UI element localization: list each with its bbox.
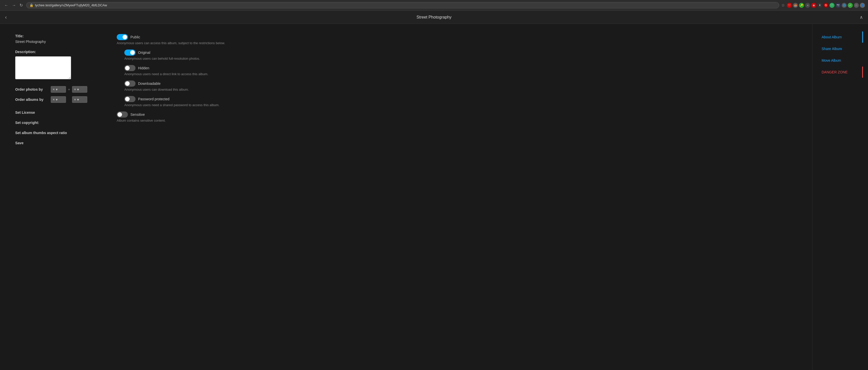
public-sub-settings: Original Anonymous users can behold full… xyxy=(117,50,797,107)
ext-icon-8: 🛡 xyxy=(830,3,835,8)
downloadable-description: Anonymous users can download this album. xyxy=(124,88,797,91)
plus-icon: + xyxy=(68,87,70,91)
sensitive-description: Album contains sensitive content. xyxy=(117,119,797,122)
sidebar-item-about[interactable]: About Album xyxy=(817,31,863,42)
star-icon[interactable]: ☆ xyxy=(781,3,785,8)
set-copyright-group: Set copyright: xyxy=(15,121,96,125)
hidden-toggle-row: Hidden xyxy=(124,65,797,71)
chevron-down-icon-4: ▾ xyxy=(77,97,79,102)
set-thumbs-group: Set album thumbs aspect ratio xyxy=(15,131,96,135)
description-field-group: Description: xyxy=(15,50,96,80)
hidden-label: Hidden xyxy=(138,66,149,70)
order-photos-dropdown: ✕ ▾ + ✕ ▾ xyxy=(51,86,87,93)
public-description: Anonymous users can access this album, s… xyxy=(117,41,797,45)
collapse-button[interactable]: ∧ xyxy=(860,15,863,20)
order-albums-separator xyxy=(66,96,71,103)
nav-buttons: ← → ↻ xyxy=(3,2,24,8)
sidebar-item-share[interactable]: Share Album xyxy=(817,43,863,54)
public-toggle[interactable] xyxy=(117,34,128,40)
ext-icon-11: ✔ xyxy=(848,3,853,8)
hidden-toggle[interactable] xyxy=(124,65,135,71)
forward-button[interactable]: → xyxy=(11,3,17,8)
downloadable-toggle-row: Downloadable xyxy=(124,81,797,87)
lock-icon: 🔒 xyxy=(29,3,33,7)
page-title: Street Photography xyxy=(416,15,452,20)
order-photos-row: Order photos by ✕ ▾ + ✕ ▾ xyxy=(15,86,96,93)
original-toggle[interactable] xyxy=(124,50,135,56)
address-bar[interactable]: 🔒 xyxy=(26,2,779,8)
set-thumbs-label: Set album thumbs aspect ratio xyxy=(15,131,67,135)
refresh-button[interactable]: ↻ xyxy=(18,2,24,8)
order-albums-dropdown: ✕ ▾ ✕ ▾ xyxy=(51,96,87,103)
ext-icon-12: □ xyxy=(854,3,859,8)
save-group: Save xyxy=(15,141,96,145)
back-nav-button[interactable]: ‹ xyxy=(5,14,7,20)
title-field-group: Title: Street Photography xyxy=(15,34,96,44)
url-input[interactable] xyxy=(35,3,776,7)
main-layout: Title: Street Photography Description: O… xyxy=(0,24,868,370)
ext-icon-6: ⬇ xyxy=(817,3,822,8)
order-photos-dropdown-1[interactable]: ✕ ▾ xyxy=(51,86,66,93)
order-albums-label: Order albums by xyxy=(15,97,48,102)
browser-extensions: 🛡 🦊 🔑 ⚔ ◉ ⬇ 🔴 🛡 📷 🌐 ✔ □ 👤 xyxy=(787,3,865,8)
save-link[interactable]: Save xyxy=(15,141,96,145)
downloadable-toggle[interactable] xyxy=(124,81,135,87)
x-icon-2: ✕ xyxy=(74,88,76,91)
set-copyright-label: Set copyright: xyxy=(15,121,39,125)
sensitive-label: Sensitive xyxy=(130,113,145,117)
ext-icon-5: ◉ xyxy=(811,3,816,8)
chevron-down-icon-2: ▾ xyxy=(77,87,79,91)
chevron-down-icon-3: ▾ xyxy=(56,97,58,102)
order-albums-row: Order albums by ✕ ▾ ✕ ▾ xyxy=(15,96,96,103)
description-label: Description: xyxy=(15,50,96,54)
order-section: Order photos by ✕ ▾ + ✕ ▾ xyxy=(15,86,96,103)
set-license-group: Set License xyxy=(15,111,96,115)
title-label: Title: xyxy=(15,34,96,38)
ext-icon-2: 🦊 xyxy=(793,3,798,8)
order-albums-dropdown-2[interactable]: ✕ ▾ xyxy=(72,96,87,103)
ext-icon-7: 🔴 xyxy=(823,3,829,8)
app-header: ‹ Street Photography ∧ xyxy=(0,11,868,24)
x-icon-3: ✕ xyxy=(53,98,55,101)
hidden-description: Anonymous users need a direct link to ac… xyxy=(124,72,797,76)
back-button[interactable]: ← xyxy=(3,3,10,8)
ext-icon-4: ⚔ xyxy=(805,3,810,8)
title-value: Street Photography xyxy=(15,39,96,44)
password-toggle-row: Password protected xyxy=(124,96,797,102)
description-input[interactable] xyxy=(15,56,71,79)
sensitive-toggle-row: Sensitive xyxy=(117,112,797,118)
ext-icon-3: 🔑 xyxy=(799,3,804,8)
order-photos-dropdown-2[interactable]: ✕ ▾ xyxy=(72,86,87,93)
ext-icon-1: 🛡 xyxy=(787,3,792,8)
sidebar-item-danger[interactable]: DANGER ZONE xyxy=(817,66,863,78)
set-license-link[interactable]: Set License xyxy=(15,111,96,115)
order-photos-label: Order photos by xyxy=(15,87,48,91)
browser-chrome: ← → ↻ 🔒 ☆ 🛡 🦊 🔑 ⚔ ◉ ⬇ 🔴 🛡 📷 🌐 ✔ □ 👤 xyxy=(0,0,868,11)
x-icon-1: ✕ xyxy=(53,88,55,91)
right-column: Public Anonymous users can access this a… xyxy=(117,34,797,360)
password-toggle[interactable] xyxy=(124,96,135,102)
downloadable-label: Downloadable xyxy=(138,82,161,86)
password-description: Anonymous users need a shared password t… xyxy=(124,103,797,107)
x-icon-4: ✕ xyxy=(74,98,76,101)
ext-icon-9: 📷 xyxy=(836,3,841,8)
left-column: Title: Street Photography Description: O… xyxy=(15,34,96,360)
public-label: Public xyxy=(130,35,140,39)
sidebar-item-move[interactable]: Move Album xyxy=(817,55,863,66)
original-description: Anonymous users can behold full-resoluti… xyxy=(124,57,797,60)
sensitive-toggle[interactable] xyxy=(117,112,128,118)
ext-icon-13: 👤 xyxy=(860,3,865,8)
order-albums-dropdown-1[interactable]: ✕ ▾ xyxy=(51,96,66,103)
chevron-down-icon-1: ▾ xyxy=(56,87,58,91)
original-label: Original xyxy=(138,51,150,55)
public-toggle-row: Public xyxy=(117,34,797,40)
content-area: Title: Street Photography Description: O… xyxy=(0,24,812,370)
order-photos-separator: + xyxy=(66,86,71,93)
ext-icon-10: 🌐 xyxy=(842,3,847,8)
original-toggle-row: Original xyxy=(124,50,797,56)
password-label: Password protected xyxy=(138,97,169,101)
sidebar-nav: About Album Share Album Move Album DANGE… xyxy=(812,24,868,370)
